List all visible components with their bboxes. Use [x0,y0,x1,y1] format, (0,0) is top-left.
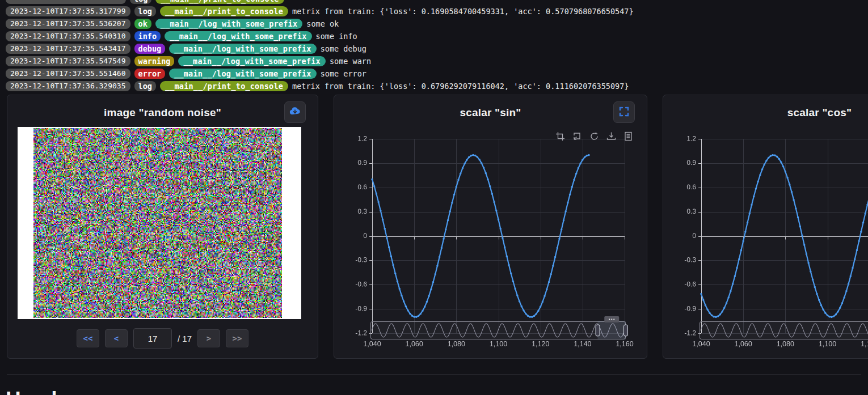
zoom-select-icon[interactable] [555,131,565,141]
log-message: some warn [330,57,371,66]
restore-icon[interactable] [589,131,599,141]
log-message: metrix from train: {'loss': 0.1690584700… [292,7,633,16]
log-module-badge: __main__/print_to_console [160,6,288,16]
sin-line-chart[interactable] [334,126,648,359]
log-timestamp-badge [6,0,126,4]
log-timestamp-badge: 2023-12-10T17:37:35.540310 [6,31,130,41]
log-level-badge: log [130,0,151,4]
log-timestamp-badge: 2023-12-10T17:37:35.536207 [6,19,130,29]
cos-line-chart[interactable] [663,126,868,359]
fullscreen-button[interactable] [613,101,635,123]
log-level-badge: warning [134,56,175,66]
log-row: 2023-12-10T17:37:35.540310 info __main__… [6,31,868,41]
cards-row: image "random noise" << < / 17 > >> scal… [7,95,868,359]
log-level-badge: log [134,6,156,16]
prev-page-button[interactable]: < [105,329,128,347]
log-row: log __main__/print_to_console [6,0,868,4]
image-card: image "random noise" << < / 17 > >> [7,95,318,359]
log-timestamp-badge: 2023-12-10T17:37:35.317799 [6,6,130,16]
log-level-badge: debug [134,44,166,54]
section-divider [7,374,861,375]
download-image-button[interactable] [284,101,306,123]
noise-image-frame [18,127,301,319]
log-module-badge: __main__/log_with_some_prefix [169,69,317,79]
log-level-badge: ok [134,19,151,29]
cos-chart-title: scalar "cos" [663,95,868,119]
data-view-icon[interactable] [623,131,633,141]
log-message: some error [321,69,366,78]
log-message: some debug [321,44,366,53]
log-console: log __main__/print_to_console 2023-12-10… [0,0,868,92]
log-timestamp-badge: 2023-12-10T17:37:35.547549 [6,56,130,66]
save-image-icon[interactable] [606,131,616,141]
log-timestamp-badge: 2023-12-10T17:37:36.329035 [6,81,130,91]
fullscreen-icon [619,107,629,118]
log-row: 2023-12-10T17:37:35.543417 debug __main_… [6,44,868,54]
log-module-badge: __main__/print_to_console [160,81,288,91]
next-page-button[interactable]: > [197,329,220,347]
log-row: 2023-12-10T17:37:35.536207 ok __main__/l… [6,19,868,29]
log-row: 2023-12-10T17:37:35.317799 log __main__/… [6,6,868,16]
cloud-download-icon [289,105,301,120]
random-noise-image [33,128,282,318]
scalar-cos-card: scalar "cos" [663,95,868,359]
log-level-badge: error [134,69,166,79]
log-module-badge: __main__/log_with_some_prefix [169,44,317,54]
page-number-input[interactable] [133,328,172,349]
log-row: 2023-12-10T17:37:35.547549 warning __mai… [6,56,868,66]
page-total-label: / 17 [178,334,192,343]
section-heading: Header [6,388,77,395]
log-timestamp-badge: 2023-12-10T17:37:35.543417 [6,44,130,54]
image-pagination: << < / 17 > >> [7,328,318,349]
log-module-badge: __main__/print_to_console [155,0,284,4]
scalar-sin-card: scalar "sin" [334,95,647,359]
chart-toolbar [555,131,633,141]
image-card-title: image "random noise" [7,95,318,119]
log-row: 2023-12-10T17:37:36.329035 log __main__/… [6,81,868,91]
log-timestamp-badge: 2023-12-10T17:37:35.551460 [6,69,130,79]
first-page-button[interactable]: << [77,329,99,347]
log-module-badge: __main__/log_with_some_prefix [178,56,326,66]
log-message: some info [316,32,357,41]
log-module-badge: __main__/log_with_some_prefix [155,19,303,29]
log-level-badge: log [134,81,156,91]
log-row: 2023-12-10T17:37:35.551460 error __main_… [6,69,868,79]
zoom-reset-icon[interactable] [572,131,582,141]
log-level-badge: info [134,31,161,41]
log-message: metrix from train: {'loss': 0.6796292079… [292,82,629,91]
sin-chart-title: scalar "sin" [334,95,647,119]
log-module-badge: __main__/log_with_some_prefix [165,31,312,41]
log-message: some ok [306,19,339,28]
last-page-button[interactable]: >> [226,329,248,347]
